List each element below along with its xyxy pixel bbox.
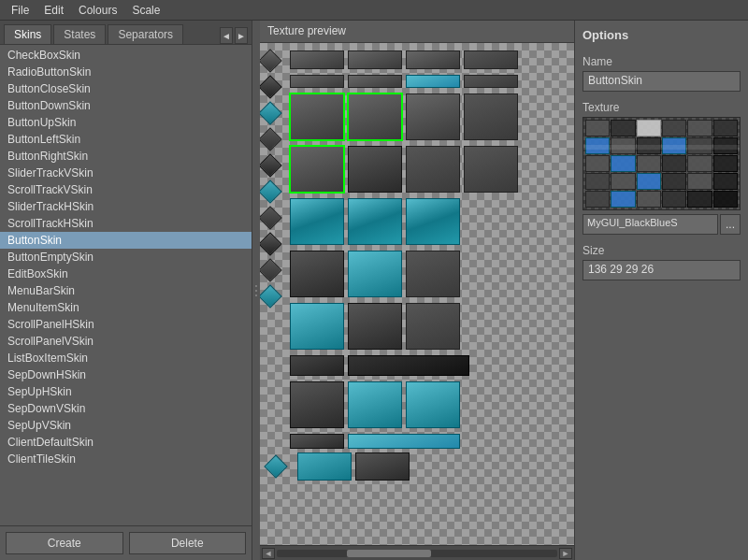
horizontal-scrollbar[interactable]: ◄ ► [260, 545, 574, 560]
skin-list-item[interactable]: ClientTileSkin [0, 451, 252, 467]
arrow-blue-2[interactable] [260, 179, 282, 203]
skin-list-item[interactable]: RadioButtonSkin [0, 64, 252, 80]
skin-list-item[interactable]: ScrollTrackHSkin [0, 215, 252, 232]
skin-list-item[interactable]: MenuBarSkin [0, 282, 252, 299]
skin-list-item[interactable]: ButtonUpSkin [0, 114, 252, 131]
skin-list-item[interactable]: SliderTrackHSkin [0, 198, 252, 215]
preview-cell [464, 381, 518, 428]
mini-cell [637, 137, 661, 154]
mini-cell [611, 173, 635, 190]
scroll-left-btn[interactable]: ◄ [262, 548, 275, 559]
delete-button[interactable]: Delete [129, 532, 247, 554]
menu-edit[interactable]: Edit [36, 2, 71, 19]
preview-cell [406, 303, 460, 350]
arrow-left-3[interactable] [260, 127, 282, 151]
skin-list-item[interactable]: ButtonLeftSkin [0, 131, 252, 148]
preview-cell [348, 75, 402, 88]
texture-preview-title: Texture preview [260, 21, 574, 43]
main-layout: Skins States Separators ◄ ► CheckBoxSkin… [0, 21, 748, 560]
arrow-left-5[interactable] [260, 206, 282, 229]
bottom-buttons: Create Delete [0, 525, 252, 560]
menu-bar: File Edit Colours Scale [0, 0, 748, 21]
panel-resizer[interactable] [252, 21, 260, 560]
skin-list[interactable]: CheckBoxSkinRadioButtonSkinButtonCloseSk… [0, 45, 252, 525]
preview-cell [348, 303, 402, 350]
skin-list-item[interactable]: ScrollTrackVSkin [0, 181, 252, 198]
arrow-blue-1[interactable] [260, 101, 282, 124]
skin-list-item[interactable]: SepDownHSkin [0, 366, 252, 383]
preview-cell [464, 146, 518, 193]
mini-cell [713, 120, 738, 136]
dot [255, 285, 257, 287]
options-title: Options [583, 28, 741, 42]
preview-cell [348, 251, 402, 297]
preview-cell [290, 355, 344, 376]
mini-cell [662, 120, 686, 136]
arrow-left-6[interactable] [260, 232, 282, 255]
arrow-left-4[interactable] [260, 153, 282, 177]
name-field-group: Name ButtonSkin [583, 55, 741, 92]
mini-cell [611, 137, 635, 154]
preview-cell-wide [297, 452, 352, 481]
skin-list-item[interactable]: ButtonCloseSkin [0, 80, 252, 97]
skin-list-item[interactable]: ButtonEmptySkin [0, 249, 252, 266]
skin-list-item[interactable]: ButtonSkin [0, 232, 252, 249]
texture-canvas [260, 43, 559, 538]
texture-select-input[interactable]: MyGUI_BlackBlueS [583, 214, 718, 235]
scroll-track[interactable] [277, 550, 557, 557]
dot [255, 294, 257, 296]
create-button[interactable]: Create [6, 532, 123, 554]
texture-select-button[interactable]: ... [720, 214, 741, 235]
preview-cell [464, 93, 518, 140]
tab-nav: ◄ ► [220, 27, 248, 44]
texture-selector: MyGUI_BlackBlueS ... [583, 214, 741, 235]
skin-list-item[interactable]: CheckBoxSkin [0, 47, 252, 64]
tab-states[interactable]: States [53, 24, 106, 44]
scroll-right-btn[interactable]: ► [559, 548, 572, 559]
preview-cell [290, 303, 344, 350]
size-value[interactable]: 136 29 29 26 [583, 260, 741, 280]
skin-list-item[interactable]: SepUpVSkin [0, 417, 252, 434]
tab-skins[interactable]: Skins [4, 24, 51, 44]
menu-scale[interactable]: Scale [124, 2, 167, 19]
menu-file[interactable]: File [4, 2, 36, 19]
skin-list-item[interactable]: ListBoxItemSkin [0, 350, 252, 366]
mini-cell [662, 191, 686, 208]
preview-cell [348, 434, 460, 449]
skin-list-item[interactable]: ClientDefaultSkin [0, 434, 252, 451]
skin-list-item[interactable]: MenuItemSkin [0, 299, 252, 316]
texture-thumbnail [583, 117, 741, 210]
arrow-blue-bottom[interactable] [264, 454, 287, 478]
tab-nav-prev[interactable]: ◄ [220, 27, 233, 44]
arrow-left-2[interactable] [260, 75, 282, 98]
arrow-blue-3[interactable] [260, 284, 282, 308]
preview-cell [348, 50, 402, 69]
skin-list-item[interactable]: SepUpHSkin [0, 383, 252, 400]
preview-cell [464, 198, 518, 245]
skin-list-item[interactable]: SepDownVSkin [0, 400, 252, 417]
skin-list-item[interactable]: SliderTrackVSkin [0, 165, 252, 181]
skin-list-item[interactable]: ScrollPanelVSkin [0, 333, 252, 350]
texture-preview-area[interactable] [260, 43, 574, 545]
preview-cell [290, 251, 344, 297]
dot [255, 290, 257, 292]
mini-cell [585, 120, 610, 136]
mini-cell [662, 137, 686, 154]
arrow-left-7[interactable] [260, 258, 282, 281]
tab-separators[interactable]: Separators [108, 24, 183, 44]
skin-list-item[interactable]: ButtonRightSkin [0, 148, 252, 165]
preview-cell [290, 434, 344, 449]
texture-preview-panel: Texture preview [260, 21, 575, 560]
skin-list-item[interactable]: ScrollPanelHSkin [0, 316, 252, 333]
arrow-left-1[interactable] [260, 49, 282, 72]
name-label: Name [583, 55, 741, 68]
skin-list-item[interactable]: ButtonDownSkin [0, 97, 252, 114]
skin-list-item[interactable]: EditBoxSkin [0, 266, 252, 282]
menu-colours[interactable]: Colours [71, 2, 124, 19]
scroll-thumb[interactable] [347, 550, 431, 557]
preview-cell [464, 75, 518, 88]
preview-cell [290, 50, 344, 69]
mini-cell [687, 191, 712, 208]
mini-cell [687, 155, 712, 172]
tab-nav-next[interactable]: ► [235, 27, 248, 44]
